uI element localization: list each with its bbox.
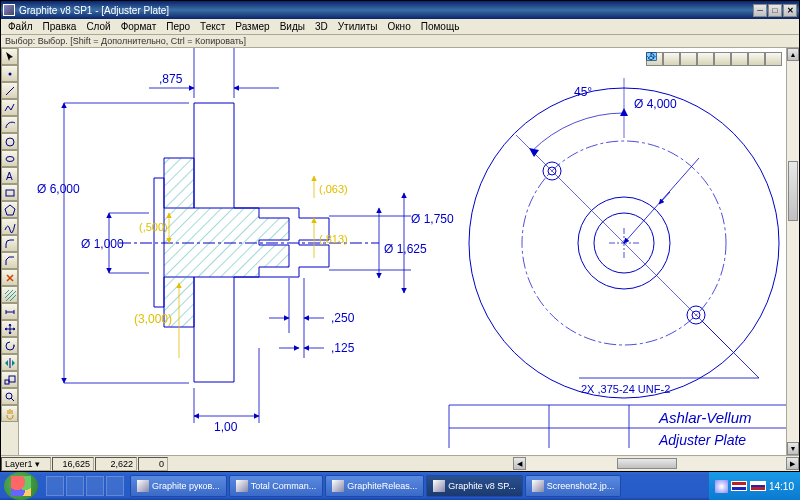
app-icon <box>3 4 15 16</box>
scroll-up-button[interactable]: ▲ <box>787 48 799 61</box>
svg-line-62 <box>624 158 699 243</box>
tool-hatch[interactable] <box>1 286 18 303</box>
tool-pan[interactable] <box>1 405 18 422</box>
tool-select[interactable] <box>1 48 18 65</box>
hscroll-thumb[interactable] <box>617 458 677 469</box>
hscroll-right[interactable]: ▶ <box>786 457 799 470</box>
task-total-commander[interactable]: Total Comman... <box>229 475 324 497</box>
system-tray: 14:10 <box>709 472 800 500</box>
close-button[interactable]: ✕ <box>783 4 797 17</box>
task-graphite-release[interactable]: GraphiteReleas... <box>325 475 424 497</box>
clock[interactable]: 14:10 <box>769 481 794 492</box>
svg-line-63 <box>659 192 670 204</box>
status-y: 2,622 <box>95 457 137 471</box>
svg-point-0 <box>8 72 11 75</box>
dim-3000: (3,000) <box>134 312 172 326</box>
menu-views[interactable]: Виды <box>275 21 310 32</box>
tool-trim[interactable] <box>1 269 18 286</box>
menu-file[interactable]: Файл <box>3 21 38 32</box>
task-graphite-tutorial[interactable]: Graphite руков... <box>130 475 227 497</box>
maximize-button[interactable]: □ <box>768 4 782 17</box>
task-screenshot[interactable]: Screenshot2.jp... <box>525 475 622 497</box>
dim-1625: Ø 1,625 <box>384 242 427 256</box>
tool-mirror[interactable] <box>1 354 18 371</box>
svg-line-1 <box>6 87 14 95</box>
dim-1000: Ø 1,000 <box>81 237 124 251</box>
menu-format[interactable]: Формат <box>116 21 162 32</box>
svg-text:A: A <box>6 171 13 182</box>
start-button[interactable] <box>4 472 38 500</box>
svg-point-3 <box>6 156 14 161</box>
dim-813: (,813) <box>319 233 348 245</box>
svg-rect-5 <box>6 190 14 196</box>
menu-window[interactable]: Окно <box>382 21 415 32</box>
menu-text[interactable]: Текст <box>195 21 230 32</box>
dim-875: ,875 <box>159 72 183 86</box>
tool-text[interactable]: A <box>1 167 18 184</box>
window-title: Graphite v8 SP1 - [Adjuster Plate] <box>19 5 169 16</box>
dim-6000: Ø 6,000 <box>37 182 80 196</box>
ql-icon-4[interactable] <box>106 476 124 496</box>
quick-launch <box>42 476 128 496</box>
svg-line-64 <box>702 321 759 378</box>
tool-rotate[interactable] <box>1 337 18 354</box>
status-z: 0 <box>138 457 168 471</box>
tool-move[interactable] <box>1 320 18 337</box>
status-x: 16,625 <box>52 457 94 471</box>
dim-thread: 2X ,375-24 UNF-2 <box>581 383 670 395</box>
dim-125: ,125 <box>331 341 355 355</box>
tool-ellipse[interactable] <box>1 150 18 167</box>
titleblock-company: Ashlar-Vellum <box>658 409 752 426</box>
tool-arc[interactable] <box>1 116 18 133</box>
svg-rect-6 <box>5 380 9 384</box>
dim-45: 45° <box>574 85 592 99</box>
titleblock-part: Adjuster Plate <box>658 432 746 448</box>
menu-help[interactable]: Помощь <box>416 21 465 32</box>
tool-rect[interactable] <box>1 184 18 201</box>
tool-zoom[interactable] <box>1 388 18 405</box>
ql-icon-3[interactable] <box>86 476 104 496</box>
title-bar: Graphite v8 SP1 - [Adjuster Plate] ─ □ ✕ <box>1 1 799 19</box>
tool-polygon[interactable] <box>1 201 18 218</box>
svg-line-9 <box>11 398 14 401</box>
lang-en-icon[interactable] <box>731 481 747 491</box>
minimize-button[interactable]: ─ <box>753 4 767 17</box>
vertical-scrollbar[interactable]: ▲ ▼ <box>786 48 799 455</box>
tool-polyline[interactable] <box>1 99 18 116</box>
dim-1750: Ø 1,750 <box>411 212 454 226</box>
dim-250: ,250 <box>331 311 355 325</box>
drawing-canvas[interactable]: ,875 Ø 6,000 Ø 1,000 <box>19 48 786 455</box>
menu-dimension[interactable]: Размер <box>230 21 274 32</box>
dim-100: 1,00 <box>214 420 238 434</box>
menu-edit[interactable]: Правка <box>38 21 82 32</box>
menu-utilities[interactable]: Утилиты <box>333 21 383 32</box>
tool-circle[interactable] <box>1 133 18 150</box>
tool-dimension[interactable] <box>1 303 18 320</box>
status-bar: Layer1 ▾ 16,625 2,622 0 ◀ ▶ <box>1 455 799 471</box>
taskbar: Graphite руков... Total Comman... Graphi… <box>0 472 800 500</box>
tool-scale[interactable] <box>1 371 18 388</box>
menu-3d[interactable]: 3D <box>310 21 333 32</box>
dim-4000: Ø 4,000 <box>634 97 677 111</box>
tool-line[interactable] <box>1 82 18 99</box>
tool-spline[interactable] <box>1 218 18 235</box>
hscroll-left[interactable]: ◀ <box>513 457 526 470</box>
ql-icon-1[interactable] <box>46 476 64 496</box>
menu-pen[interactable]: Перо <box>161 21 195 32</box>
task-graphite-app[interactable]: Graphite v8 SP... <box>426 475 522 497</box>
tray-icon-1[interactable] <box>715 480 728 493</box>
scroll-thumb[interactable] <box>788 161 798 221</box>
hint-bar: Выбор: Выбор. [Shift = Дополнительно, Ct… <box>1 35 799 48</box>
scroll-down-button[interactable]: ▼ <box>787 442 799 455</box>
status-layer[interactable]: Layer1 ▾ <box>1 457 51 471</box>
svg-point-2 <box>6 138 14 146</box>
lang-ru-icon[interactable] <box>750 481 766 491</box>
ql-icon-2[interactable] <box>66 476 84 496</box>
tool-chamfer[interactable] <box>1 252 18 269</box>
tool-palette: A <box>1 48 19 455</box>
dim-063: (,063) <box>319 183 348 195</box>
tool-fillet[interactable] <box>1 235 18 252</box>
menu-layer[interactable]: Слой <box>81 21 115 32</box>
dim-500: (,500) <box>139 221 168 233</box>
tool-point[interactable] <box>1 65 18 82</box>
